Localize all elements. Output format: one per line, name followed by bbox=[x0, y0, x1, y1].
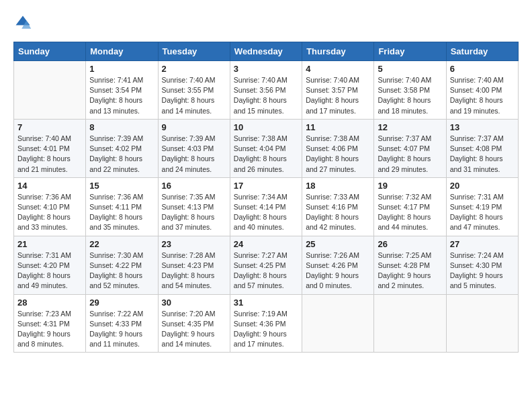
calendar-week-3: 14Sunrise: 7:36 AMSunset: 4:10 PMDayligh… bbox=[14, 177, 519, 236]
day-number: 20 bbox=[450, 181, 515, 191]
day-detail: Sunrise: 7:41 AMSunset: 3:54 PMDaylight:… bbox=[89, 75, 154, 116]
day-detail: Sunrise: 7:37 AMSunset: 4:07 PMDaylight:… bbox=[378, 134, 442, 175]
day-number: 8 bbox=[89, 122, 154, 132]
day-detail: Sunrise: 7:26 AMSunset: 4:26 PMDaylight:… bbox=[306, 250, 370, 291]
day-number: 2 bbox=[162, 64, 226, 74]
calendar-cell bbox=[374, 294, 446, 353]
day-number: 11 bbox=[306, 122, 370, 132]
day-number: 28 bbox=[17, 298, 82, 308]
day-number: 17 bbox=[234, 181, 298, 191]
calendar-cell: 20Sunrise: 7:31 AMSunset: 4:19 PMDayligh… bbox=[446, 177, 518, 236]
day-detail: Sunrise: 7:40 AMSunset: 3:57 PMDaylight:… bbox=[306, 75, 370, 116]
day-number: 12 bbox=[378, 122, 442, 132]
calendar-cell: 24Sunrise: 7:27 AMSunset: 4:25 PMDayligh… bbox=[230, 236, 302, 294]
day-number: 15 bbox=[89, 181, 154, 191]
day-detail: Sunrise: 7:38 AMSunset: 4:06 PMDaylight:… bbox=[306, 134, 370, 175]
day-number: 24 bbox=[234, 239, 298, 249]
day-number: 19 bbox=[378, 181, 442, 191]
day-number: 3 bbox=[234, 64, 298, 74]
calendar-cell: 21Sunrise: 7:31 AMSunset: 4:20 PMDayligh… bbox=[14, 236, 86, 294]
day-number: 14 bbox=[17, 181, 82, 191]
calendar-cell: 11Sunrise: 7:38 AMSunset: 4:06 PMDayligh… bbox=[302, 119, 374, 177]
calendar-week-4: 21Sunrise: 7:31 AMSunset: 4:20 PMDayligh… bbox=[14, 236, 519, 294]
page: SundayMondayTuesdayWednesdayThursdayFrid… bbox=[0, 0, 532, 363]
day-number: 4 bbox=[306, 64, 370, 74]
header bbox=[13, 13, 519, 32]
day-detail: Sunrise: 7:39 AMSunset: 4:03 PMDaylight:… bbox=[162, 134, 226, 175]
calendar-header-wednesday: Wednesday bbox=[230, 42, 302, 61]
day-detail: Sunrise: 7:23 AMSunset: 4:31 PMDaylight:… bbox=[17, 309, 82, 350]
day-number: 31 bbox=[234, 298, 298, 308]
calendar-cell: 17Sunrise: 7:34 AMSunset: 4:14 PMDayligh… bbox=[230, 177, 302, 236]
day-detail: Sunrise: 7:22 AMSunset: 4:33 PMDaylight:… bbox=[89, 309, 154, 350]
day-detail: Sunrise: 7:19 AMSunset: 4:36 PMDaylight:… bbox=[234, 309, 298, 350]
day-number: 13 bbox=[450, 122, 515, 132]
day-number: 7 bbox=[17, 122, 82, 132]
calendar-cell bbox=[14, 61, 86, 120]
day-number: 10 bbox=[234, 122, 298, 132]
calendar-cell: 31Sunrise: 7:19 AMSunset: 4:36 PMDayligh… bbox=[230, 294, 302, 353]
day-detail: Sunrise: 7:34 AMSunset: 4:14 PMDaylight:… bbox=[234, 192, 298, 233]
day-detail: Sunrise: 7:40 AMSunset: 4:01 PMDaylight:… bbox=[17, 134, 82, 175]
calendar-cell: 5Sunrise: 7:40 AMSunset: 3:58 PMDaylight… bbox=[374, 61, 446, 120]
calendar-cell: 7Sunrise: 7:40 AMSunset: 4:01 PMDaylight… bbox=[14, 119, 86, 177]
calendar-cell: 19Sunrise: 7:32 AMSunset: 4:17 PMDayligh… bbox=[374, 177, 446, 236]
day-detail: Sunrise: 7:31 AMSunset: 4:20 PMDaylight:… bbox=[17, 250, 82, 291]
day-number: 30 bbox=[162, 298, 226, 308]
calendar-cell bbox=[302, 294, 374, 353]
day-number: 5 bbox=[378, 64, 442, 74]
calendar-cell: 9Sunrise: 7:39 AMSunset: 4:03 PMDaylight… bbox=[158, 119, 230, 177]
calendar-cell bbox=[446, 294, 518, 353]
day-detail: Sunrise: 7:36 AMSunset: 4:11 PMDaylight:… bbox=[89, 192, 154, 233]
day-detail: Sunrise: 7:36 AMSunset: 4:10 PMDaylight:… bbox=[17, 192, 82, 233]
calendar-header-saturday: Saturday bbox=[446, 42, 518, 61]
calendar-header-row: SundayMondayTuesdayWednesdayThursdayFrid… bbox=[14, 42, 519, 61]
calendar-table: SundayMondayTuesdayWednesdayThursdayFrid… bbox=[13, 42, 519, 353]
day-detail: Sunrise: 7:30 AMSunset: 4:22 PMDaylight:… bbox=[89, 250, 154, 291]
day-number: 21 bbox=[17, 239, 82, 249]
day-detail: Sunrise: 7:35 AMSunset: 4:13 PMDaylight:… bbox=[162, 192, 226, 233]
calendar-cell: 14Sunrise: 7:36 AMSunset: 4:10 PMDayligh… bbox=[14, 177, 86, 236]
calendar-cell: 12Sunrise: 7:37 AMSunset: 4:07 PMDayligh… bbox=[374, 119, 446, 177]
day-detail: Sunrise: 7:40 AMSunset: 3:58 PMDaylight:… bbox=[378, 75, 442, 116]
day-number: 18 bbox=[306, 181, 370, 191]
calendar-cell: 28Sunrise: 7:23 AMSunset: 4:31 PMDayligh… bbox=[14, 294, 86, 353]
calendar-cell: 30Sunrise: 7:20 AMSunset: 4:35 PMDayligh… bbox=[158, 294, 230, 353]
calendar-cell: 18Sunrise: 7:33 AMSunset: 4:16 PMDayligh… bbox=[302, 177, 374, 236]
day-detail: Sunrise: 7:40 AMSunset: 4:00 PMDaylight:… bbox=[450, 75, 515, 116]
calendar-header-monday: Monday bbox=[86, 42, 158, 61]
day-detail: Sunrise: 7:24 AMSunset: 4:30 PMDaylight:… bbox=[450, 250, 515, 291]
calendar-header-tuesday: Tuesday bbox=[158, 42, 230, 61]
calendar-cell: 29Sunrise: 7:22 AMSunset: 4:33 PMDayligh… bbox=[86, 294, 158, 353]
calendar-cell: 27Sunrise: 7:24 AMSunset: 4:30 PMDayligh… bbox=[446, 236, 518, 294]
logo-icon bbox=[13, 13, 32, 32]
calendar-cell: 1Sunrise: 7:41 AMSunset: 3:54 PMDaylight… bbox=[86, 61, 158, 120]
day-detail: Sunrise: 7:38 AMSunset: 4:04 PMDaylight:… bbox=[234, 134, 298, 175]
calendar-week-2: 7Sunrise: 7:40 AMSunset: 4:01 PMDaylight… bbox=[14, 119, 519, 177]
day-detail: Sunrise: 7:33 AMSunset: 4:16 PMDaylight:… bbox=[306, 192, 370, 233]
calendar-cell: 3Sunrise: 7:40 AMSunset: 3:56 PMDaylight… bbox=[230, 61, 302, 120]
day-detail: Sunrise: 7:39 AMSunset: 4:02 PMDaylight:… bbox=[89, 134, 154, 175]
calendar-week-1: 1Sunrise: 7:41 AMSunset: 3:54 PMDaylight… bbox=[14, 61, 519, 120]
day-detail: Sunrise: 7:27 AMSunset: 4:25 PMDaylight:… bbox=[234, 250, 298, 291]
calendar-cell: 25Sunrise: 7:26 AMSunset: 4:26 PMDayligh… bbox=[302, 236, 374, 294]
calendar-cell: 15Sunrise: 7:36 AMSunset: 4:11 PMDayligh… bbox=[86, 177, 158, 236]
calendar-week-5: 28Sunrise: 7:23 AMSunset: 4:31 PMDayligh… bbox=[14, 294, 519, 353]
day-detail: Sunrise: 7:40 AMSunset: 3:56 PMDaylight:… bbox=[234, 75, 298, 116]
calendar-cell: 23Sunrise: 7:28 AMSunset: 4:23 PMDayligh… bbox=[158, 236, 230, 294]
day-number: 29 bbox=[89, 298, 154, 308]
day-detail: Sunrise: 7:28 AMSunset: 4:23 PMDaylight:… bbox=[162, 250, 226, 291]
day-detail: Sunrise: 7:40 AMSunset: 3:55 PMDaylight:… bbox=[162, 75, 226, 116]
calendar-header-thursday: Thursday bbox=[302, 42, 374, 61]
day-detail: Sunrise: 7:20 AMSunset: 4:35 PMDaylight:… bbox=[162, 309, 226, 350]
calendar-cell: 10Sunrise: 7:38 AMSunset: 4:04 PMDayligh… bbox=[230, 119, 302, 177]
logo bbox=[13, 13, 35, 32]
calendar-cell: 26Sunrise: 7:25 AMSunset: 4:28 PMDayligh… bbox=[374, 236, 446, 294]
calendar-cell: 4Sunrise: 7:40 AMSunset: 3:57 PMDaylight… bbox=[302, 61, 374, 120]
calendar-cell: 8Sunrise: 7:39 AMSunset: 4:02 PMDaylight… bbox=[86, 119, 158, 177]
day-number: 22 bbox=[89, 239, 154, 249]
day-detail: Sunrise: 7:32 AMSunset: 4:17 PMDaylight:… bbox=[378, 192, 442, 233]
day-number: 6 bbox=[450, 64, 515, 74]
day-number: 26 bbox=[378, 239, 442, 249]
calendar-cell: 16Sunrise: 7:35 AMSunset: 4:13 PMDayligh… bbox=[158, 177, 230, 236]
